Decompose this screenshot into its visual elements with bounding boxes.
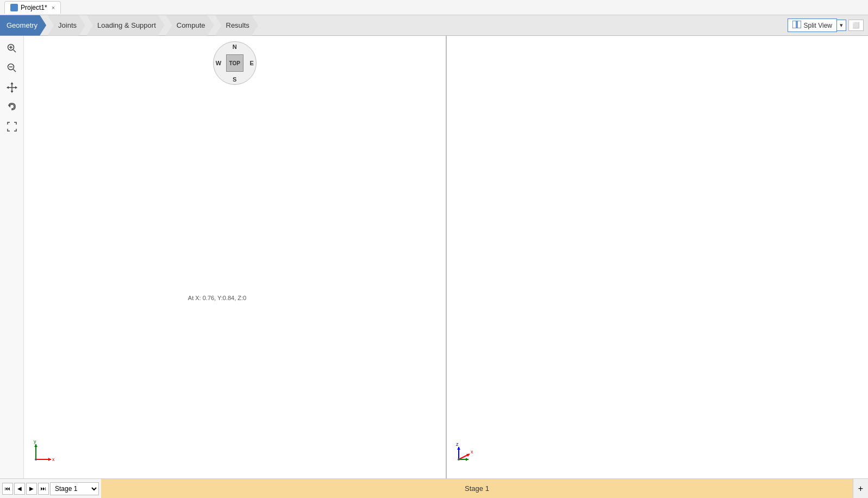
svg-text:y: y [34, 439, 36, 444]
split-view-icon [792, 21, 801, 30]
canvas-right[interactable]: x z [447, 36, 869, 478]
workflow-bar: Geometry Joints Loading & Support Comput… [0, 15, 868, 36]
axis-indicator-left: x y [30, 439, 58, 468]
svg-line-4 [13, 50, 16, 53]
svg-rect-1 [792, 21, 796, 28]
svg-rect-2 [797, 21, 801, 28]
tab-close-button[interactable]: × [52, 4, 55, 11]
svg-marker-12 [10, 82, 13, 84]
zoom-out-icon [7, 63, 17, 73]
compass-south-label: S [233, 76, 236, 83]
stage-next-button[interactable]: ▶ [26, 483, 37, 495]
compass-top-button[interactable]: TOP [226, 54, 243, 72]
svg-marker-21 [34, 444, 38, 447]
workflow-step-geometry-label: Geometry [7, 21, 38, 29]
stage-last-button[interactable]: ⏭ [38, 483, 49, 495]
zoom-out-button[interactable] [4, 60, 20, 76]
workflow-step-results-label: Results [226, 21, 249, 29]
svg-marker-14 [7, 86, 9, 89]
svg-rect-0 [11, 5, 17, 10]
svg-marker-13 [10, 91, 13, 93]
undo-button[interactable] [4, 99, 20, 115]
tab-label: Project1* [21, 4, 47, 11]
title-bar: Project1* × [0, 0, 868, 15]
canvas-left[interactable]: N S E W TOP At X: 0.76, Y:0.84, Z:0 x [24, 36, 447, 478]
stage-first-button[interactable]: ⏮ [2, 483, 13, 495]
main-content: N S E W TOP At X: 0.76, Y:0.84, Z:0 x [0, 36, 868, 478]
add-stage-button[interactable]: + [853, 479, 868, 498]
workflow-step-loading-support-label: Loading & Support [97, 21, 156, 29]
project-icon [10, 4, 18, 11]
axis-svg-left: x y [30, 439, 58, 466]
compass-top-label: TOP [229, 60, 240, 66]
split-view-label: Split View [804, 22, 832, 29]
split-view-button[interactable]: Split View [788, 18, 837, 32]
fit-all-button[interactable] [4, 119, 20, 135]
stage-label: Stage 1 [465, 484, 489, 493]
fit-all-icon [7, 121, 17, 132]
coords-text: At X: 0.76, Y:0.84, Z:0 [188, 295, 246, 301]
add-stage-icon: + [858, 484, 863, 494]
coordinates-display: At X: 0.76, Y:0.84, Z:0 [188, 295, 246, 301]
stage-prev-button[interactable]: ◀ [14, 483, 25, 495]
stage-label-area: Stage 1 [101, 479, 853, 498]
svg-marker-15 [15, 86, 17, 89]
stage-select[interactable]: Stage 1 [50, 482, 99, 495]
workflow-step-joints[interactable]: Joints [47, 15, 85, 36]
axis-indicator-right: x z [453, 439, 480, 468]
axis-svg-right: x z [453, 439, 480, 466]
workflow-step-compute-label: Compute [177, 21, 205, 29]
left-toolbar [0, 36, 24, 478]
zoom-fit-icon [7, 43, 17, 54]
workflow-step-results[interactable]: Results [215, 15, 258, 36]
bottom-bar: ⏮ ◀ ▶ ⏭ Stage 1 Stage 1 + [0, 478, 868, 498]
undo-icon [7, 102, 17, 113]
svg-point-23 [35, 458, 37, 460]
zoom-fit-button[interactable] [4, 40, 20, 57]
canvas-area: N S E W TOP At X: 0.76, Y:0.84, Z:0 x [24, 36, 868, 478]
dropdown-arrow: ▾ [840, 22, 843, 28]
compass-north-label: N [233, 43, 237, 50]
svg-text:z: z [456, 441, 459, 447]
workflow-right: Split View ▾ ⬜ [788, 18, 868, 32]
workflow-step-geometry[interactable]: Geometry [0, 15, 46, 36]
svg-text:x: x [471, 449, 473, 455]
split-view-dropdown-button[interactable]: ▾ [837, 20, 846, 31]
pan-button[interactable] [4, 79, 20, 96]
compass-east-label: E [249, 60, 253, 66]
compass-widget[interactable]: N S E W TOP [213, 41, 257, 85]
compass-west-label: W [216, 60, 221, 66]
maximize-icon: ⬜ [852, 22, 860, 28]
workflow-step-compute[interactable]: Compute [166, 15, 214, 36]
pan-icon [7, 82, 17, 93]
workflow-step-joints-label: Joints [58, 21, 77, 29]
svg-line-8 [13, 70, 16, 72]
svg-marker-18 [48, 458, 51, 461]
workflow-step-loading-support[interactable]: Loading & Support [86, 15, 165, 36]
project-tab[interactable]: Project1* × [4, 1, 61, 14]
stage-nav: ⏮ ◀ ▶ ⏭ Stage 1 [0, 482, 101, 495]
svg-text:x: x [52, 457, 55, 462]
svg-marker-31 [466, 458, 469, 461]
maximize-button[interactable]: ⬜ [848, 20, 864, 31]
svg-marker-28 [457, 447, 460, 450]
svg-point-32 [458, 458, 460, 460]
